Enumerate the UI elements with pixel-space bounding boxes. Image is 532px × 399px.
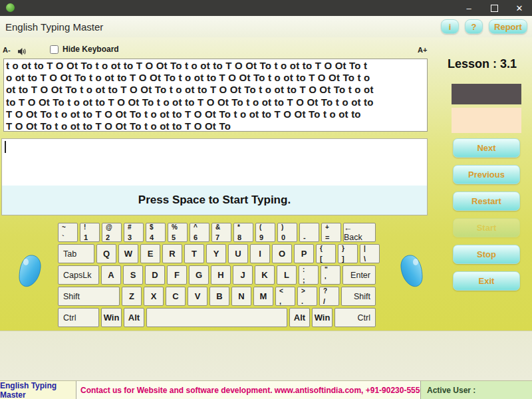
maximize-button[interactable] bbox=[481, 0, 507, 16]
font-increase-button[interactable]: A+ bbox=[418, 46, 427, 54]
key-backtick[interactable]: ~` bbox=[58, 223, 78, 242]
key-j[interactable]: J bbox=[233, 265, 253, 285]
key-p[interactable]: P bbox=[294, 244, 314, 263]
report-button[interactable]: Report bbox=[489, 19, 527, 34]
key-semicolon[interactable]: :; bbox=[299, 265, 319, 285]
key-d[interactable]: D bbox=[145, 265, 165, 285]
window-controls: – ✕ bbox=[456, 0, 532, 16]
key-4[interactable]: $4 bbox=[146, 223, 166, 242]
key-backslash[interactable]: |\ bbox=[360, 244, 380, 263]
statusbar-contact: Contact us for Website and software deve… bbox=[76, 381, 421, 399]
key-capslock[interactable]: CapsLk bbox=[58, 265, 99, 285]
bottom-strip bbox=[0, 331, 532, 380]
previous-button[interactable]: Previous bbox=[453, 165, 520, 184]
exit-button[interactable]: Exit bbox=[453, 271, 520, 291]
key-x[interactable]: X bbox=[144, 287, 164, 306]
key-z[interactable]: Z bbox=[122, 287, 142, 306]
hide-keyboard-control[interactable]: Hide Keyboard bbox=[50, 45, 119, 54]
right-hand-icon bbox=[396, 253, 426, 289]
key-quote[interactable]: "' bbox=[321, 265, 340, 285]
app-window: – ✕ English Typing Master i ? Report A- … bbox=[0, 0, 532, 399]
key-o[interactable]: O bbox=[272, 244, 292, 263]
key-u[interactable]: U bbox=[228, 244, 248, 263]
app-title: English Typing Master bbox=[5, 16, 103, 37]
key-f[interactable]: F bbox=[167, 265, 187, 285]
app-icon bbox=[6, 3, 15, 12]
key-backspace[interactable]: ← Back bbox=[343, 223, 376, 242]
key-enter[interactable]: Enter bbox=[342, 265, 376, 285]
lesson-line: o ot to T O Ot To t o ot to T O Ot To t … bbox=[6, 72, 425, 84]
key-2[interactable]: @2 bbox=[102, 223, 122, 242]
key-w[interactable]: W bbox=[118, 244, 138, 263]
close-button[interactable]: ✕ bbox=[507, 0, 532, 16]
help-button[interactable]: ? bbox=[465, 19, 483, 34]
key-7[interactable]: &7 bbox=[211, 223, 231, 242]
key-1[interactable]: !1 bbox=[80, 223, 100, 242]
header-buttons: i ? Report bbox=[441, 19, 527, 34]
typing-input-area[interactable]: Press Space to Start Typing. bbox=[1, 138, 428, 215]
key-a[interactable]: A bbox=[101, 265, 121, 285]
key-m[interactable]: M bbox=[253, 287, 273, 306]
key-slash[interactable]: ?/ bbox=[319, 287, 339, 306]
key-6[interactable]: ^6 bbox=[190, 223, 209, 242]
left-hand-icon bbox=[16, 253, 45, 289]
key-0[interactable]: )0 bbox=[277, 223, 297, 242]
next-button[interactable]: Next bbox=[453, 138, 520, 158]
key-ctrl-right[interactable]: Ctrl bbox=[334, 308, 376, 327]
key-9[interactable]: (9 bbox=[255, 223, 275, 242]
key-l[interactable]: L bbox=[277, 265, 297, 285]
key-t[interactable]: T bbox=[184, 244, 204, 263]
key-r[interactable]: R bbox=[162, 244, 182, 263]
start-button[interactable]: Start bbox=[453, 218, 520, 237]
header: English Typing Master i ? Report bbox=[0, 16, 532, 37]
key-q[interactable]: Q bbox=[96, 244, 116, 263]
key-equals[interactable]: += bbox=[321, 223, 341, 242]
key-alt-left[interactable]: Alt bbox=[124, 308, 144, 327]
key-comma[interactable]: <, bbox=[275, 287, 295, 306]
minimize-button[interactable]: – bbox=[456, 0, 481, 16]
key-ctrl-left[interactable]: Ctrl bbox=[58, 308, 99, 327]
status-bar: English Typing Master Contact us for Web… bbox=[0, 380, 532, 399]
speaker-icon[interactable] bbox=[18, 46, 27, 58]
restart-button[interactable]: Restart bbox=[453, 192, 520, 211]
key-bracket-open[interactable]: {[ bbox=[316, 244, 336, 263]
hide-keyboard-label: Hide Keyboard bbox=[63, 45, 119, 54]
key-minus[interactable]: - bbox=[299, 223, 319, 242]
key-v[interactable]: V bbox=[188, 287, 207, 306]
key-b[interactable]: B bbox=[209, 287, 229, 306]
key-g[interactable]: G bbox=[189, 265, 209, 285]
lesson-line: to T O Ot To t o ot to T O Ot To t o ot … bbox=[6, 96, 425, 108]
key-shift-left[interactable]: Shift bbox=[58, 287, 120, 306]
key-c[interactable]: C bbox=[166, 287, 186, 306]
key-bracket-close[interactable]: }] bbox=[338, 244, 358, 263]
hide-keyboard-checkbox[interactable] bbox=[50, 45, 59, 54]
key-5[interactable]: %5 bbox=[168, 223, 188, 242]
key-e[interactable]: E bbox=[140, 244, 160, 263]
maximize-icon bbox=[491, 5, 498, 12]
key-period[interactable]: >. bbox=[297, 287, 317, 306]
virtual-keyboard: ~`!1@2#3$4%5^6&7*8(9)0-+=← BackTabQWERTY… bbox=[58, 223, 376, 329]
key-3[interactable]: #3 bbox=[124, 223, 144, 242]
key-8[interactable]: *8 bbox=[233, 223, 253, 242]
lesson-text-area: t o ot to T O Ot To t o ot to T O Ot To … bbox=[3, 59, 428, 132]
lesson-line: T O Ot To t o ot to T O Ot To t o ot to … bbox=[6, 108, 425, 120]
statusbar-active-user: Active User : bbox=[421, 381, 532, 399]
font-decrease-button[interactable]: A- bbox=[3, 46, 11, 54]
stop-button[interactable]: Stop bbox=[453, 245, 520, 264]
key-k[interactable]: K bbox=[255, 265, 275, 285]
key-shift-right[interactable]: Shift bbox=[341, 287, 376, 306]
key-win-left[interactable]: Win bbox=[101, 308, 122, 327]
key-i[interactable]: I bbox=[250, 244, 270, 263]
lesson-line: ot to T O Ot To t o ot to T O Ot To t o … bbox=[6, 84, 425, 96]
stats-peach-box bbox=[452, 108, 521, 133]
key-n[interactable]: N bbox=[231, 287, 251, 306]
key-y[interactable]: Y bbox=[206, 244, 226, 263]
statusbar-app-name: English Typing Master bbox=[0, 381, 76, 399]
key-space[interactable] bbox=[146, 308, 287, 327]
key-s[interactable]: S bbox=[123, 265, 143, 285]
key-tab[interactable]: Tab bbox=[58, 244, 94, 263]
key-h[interactable]: H bbox=[211, 265, 231, 285]
key-alt-right[interactable]: Alt bbox=[289, 308, 310, 327]
key-win-right[interactable]: Win bbox=[312, 308, 332, 327]
info-button[interactable]: i bbox=[441, 19, 459, 34]
